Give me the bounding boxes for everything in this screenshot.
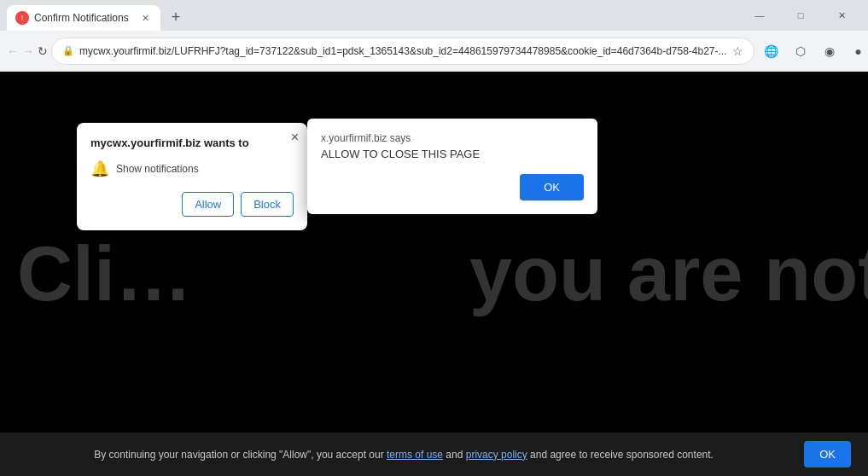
back-button[interactable]: ← — [7, 38, 19, 65]
active-tab[interactable]: ! Confirm Notifications ✕ — [7, 5, 160, 31]
refresh-button[interactable]: ↻ — [38, 38, 48, 65]
bottom-bar: By continuing your navigation or clickin… — [0, 432, 868, 476]
tab-close-button[interactable]: ✕ — [138, 11, 152, 25]
bottom-bar-text: By continuing your navigation or clickin… — [17, 449, 790, 461]
new-tab-button[interactable]: + — [164, 5, 188, 29]
page-content: Cli… you are not a × mycwx.yourfirmif.bi… — [0, 72, 868, 476]
alert-dialog: x.yourfirmif.biz says ALLOW TO CLOSE THI… — [307, 119, 597, 214]
window-controls: — □ ✕ — [740, 3, 861, 31]
alert-site-label: x.yourfirmif.biz says — [321, 132, 584, 144]
notification-row: 🔔 Show notifications — [90, 160, 294, 178]
tab-favicon: ! — [15, 11, 29, 25]
alert-ok-button[interactable]: OK — [520, 174, 584, 200]
forward-button[interactable]: → — [22, 38, 34, 65]
background-heading: Cli… you are not a — [17, 230, 868, 318]
bottom-text-between: and — [443, 449, 466, 461]
alert-buttons: OK — [321, 174, 584, 200]
maximize-button[interactable]: □ — [781, 3, 820, 27]
lock-icon: 🔒 — [62, 45, 74, 56]
url-text: mycwx.yourfirmif.biz/LUFRHFJ?tag_id=7371… — [79, 45, 727, 57]
tab-title: Confirm Notifications — [34, 12, 133, 24]
account-icon[interactable]: ◉ — [816, 38, 843, 65]
bottom-text-before: By continuing your navigation or clickin… — [94, 449, 387, 461]
notification-dialog-title: mycwx.yourfirmif.biz wants to — [90, 136, 294, 149]
bookmark-icon[interactable]: ☆ — [732, 44, 743, 58]
url-box[interactable]: 🔒 mycwx.yourfirmif.biz/LUFRHFJ?tag_id=73… — [51, 38, 754, 65]
toolbar-icons: 🌐 ⬡ ◉ ● ⋮ — [758, 38, 868, 65]
notification-description: Show notifications — [116, 163, 199, 175]
block-button[interactable]: Block — [241, 192, 294, 217]
earth-icon[interactable]: 🌐 — [758, 38, 785, 65]
profile-icon[interactable]: ● — [845, 38, 868, 65]
browser-window: ! Confirm Notifications ✕ + — □ ✕ ← → ↻ … — [0, 0, 868, 476]
extensions-icon[interactable]: ⬡ — [787, 38, 814, 65]
notification-permission-dialog: × mycwx.yourfirmif.biz wants to 🔔 Show n… — [77, 123, 307, 230]
bottom-text-after: and agree to receive sponsored content. — [527, 449, 714, 461]
tab-bar: ! Confirm Notifications ✕ + — □ ✕ — [0, 0, 868, 31]
close-button[interactable]: ✕ — [822, 3, 861, 27]
bell-icon: 🔔 — [90, 160, 109, 178]
notification-dialog-buttons: Allow Block — [90, 192, 294, 217]
minimize-button[interactable]: — — [740, 3, 779, 27]
allow-button[interactable]: Allow — [182, 192, 234, 217]
notification-close-button[interactable]: × — [291, 130, 299, 145]
address-bar: ← → ↻ 🔒 mycwx.yourfirmif.biz/LUFRHFJ?tag… — [0, 31, 868, 72]
alert-message: ALLOW TO CLOSE THIS PAGE — [321, 148, 584, 160]
terms-of-use-link[interactable]: terms of use — [387, 449, 443, 461]
privacy-policy-link[interactable]: privacy policy — [466, 449, 527, 461]
bottom-ok-button[interactable]: OK — [804, 441, 851, 467]
